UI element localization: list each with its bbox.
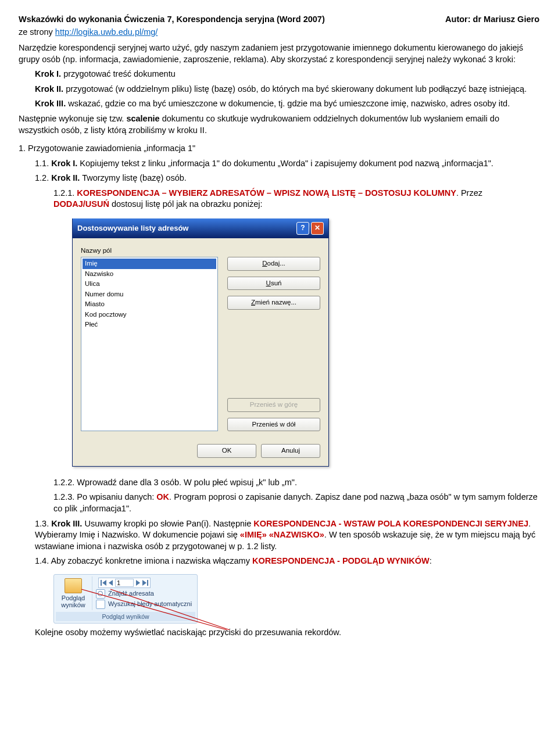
record-number-input[interactable] bbox=[115, 579, 134, 587]
section-1-2: 1.2. Krok II. Tworzymy listę (bazę) osób… bbox=[35, 173, 539, 184]
list-item[interactable]: Miasto bbox=[83, 299, 216, 310]
record-navigator[interactable] bbox=[98, 578, 151, 588]
source-link[interactable]: http://logika.uwb.edu.pl/mg/ bbox=[55, 27, 158, 37]
list-item[interactable]: Płeć bbox=[83, 320, 216, 330]
move-down-button[interactable]: Przenieś w dół bbox=[227, 418, 320, 432]
source-line: ze strony http://logika.uwb.edu.pl/mg/ bbox=[19, 27, 539, 38]
ribbon-group-label: Podgląd wyników bbox=[56, 612, 195, 621]
section-1-4: 1.4. Aby zobaczyć konkretne imiona i naz… bbox=[35, 556, 539, 567]
magnifier-icon bbox=[96, 589, 105, 599]
add-button[interactable]: Dodaj... bbox=[227, 257, 320, 271]
field-names-label: Nazwy pól bbox=[81, 246, 320, 256]
close-button[interactable]: ✕ bbox=[311, 222, 324, 235]
customize-address-list-dialog: Dostosowywanie listy adresów ? ✕ Nazwy p… bbox=[72, 218, 329, 467]
first-record-icon[interactable] bbox=[101, 580, 102, 586]
ribbon-preview-results: Podgląd wyników Znajdź adresata Wyszukaj… bbox=[53, 574, 198, 624]
prev-record-icon[interactable] bbox=[109, 580, 113, 586]
section-1: 1. Przygotowanie zawiadomienia „informac… bbox=[19, 143, 539, 155]
preview-results-button[interactable]: Podgląd wyników bbox=[56, 577, 91, 610]
section-1-1: 1.1. Krok I. Kopiujemy tekst z linku „in… bbox=[35, 158, 539, 170]
move-up-button[interactable]: Przenieś w górę bbox=[227, 398, 320, 412]
ok-button[interactable]: OK bbox=[197, 444, 256, 458]
section-1-2-3: 1.2.3. Po wpisaniu danych: OK. Program p… bbox=[53, 492, 539, 514]
section-1-2-2: 1.2.2. Wprowadź dane dla 3 osób. W polu … bbox=[53, 477, 539, 489]
last-record-icon[interactable] bbox=[142, 580, 146, 586]
list-item[interactable]: Ulica bbox=[83, 279, 216, 289]
check-icon bbox=[96, 600, 105, 609]
next-record-icon[interactable] bbox=[136, 580, 140, 586]
list-item[interactable]: Numer domu bbox=[83, 289, 216, 300]
list-item[interactable]: Imię bbox=[83, 259, 216, 269]
section-1-2-1: 1.2.1. KORESPONDENCJA – WYBIERZ ADRESATÓ… bbox=[53, 188, 539, 210]
cancel-button[interactable]: Anuluj bbox=[261, 444, 320, 458]
step-3: Krok III. wskazać, gdzie co ma być umies… bbox=[35, 98, 539, 110]
list-item[interactable]: Kod pocztowy bbox=[83, 310, 216, 320]
auto-check-errors-button[interactable]: Wyszukaj błędy automatyczni bbox=[96, 600, 192, 609]
intro-paragraph: Narzędzie korespondencji seryjnej warto … bbox=[19, 42, 539, 65]
find-recipient-button[interactable]: Znajdź adresata bbox=[96, 589, 192, 599]
help-button[interactable]: ? bbox=[296, 222, 309, 235]
step-1: Krok I. przygotować treść dokumentu bbox=[35, 69, 539, 80]
step-2: Krok II. przygotować (w oddzielnym pliku… bbox=[35, 84, 539, 95]
rename-button[interactable]: Zmień nazwę... bbox=[227, 296, 320, 310]
doc-title: Wskazówki do wykonania Ćwiczenia 7, Kore… bbox=[19, 14, 325, 26]
field-listbox[interactable]: Imię Nazwisko Ulica Numer domu Miasto Ko… bbox=[81, 257, 218, 431]
preview-results-icon bbox=[65, 578, 82, 593]
delete-button[interactable]: Usuń bbox=[227, 277, 320, 291]
footer-note: Kolejne osoby możemy wyświetlać naciskaj… bbox=[35, 627, 539, 639]
section-1-3: 1.3. Krok III. Usuwamy kropki po słowie … bbox=[35, 518, 539, 553]
merge-paragraph: Następnie wykonuje się tzw. scalenie dok… bbox=[19, 113, 539, 136]
dialog-titlebar: Dostosowywanie listy adresów ? ✕ bbox=[73, 218, 328, 238]
dialog-title: Dostosowywanie listy adresów bbox=[77, 223, 188, 234]
list-item[interactable]: Nazwisko bbox=[83, 269, 216, 280]
doc-author: Autor: dr Mariusz Giero bbox=[445, 14, 539, 26]
